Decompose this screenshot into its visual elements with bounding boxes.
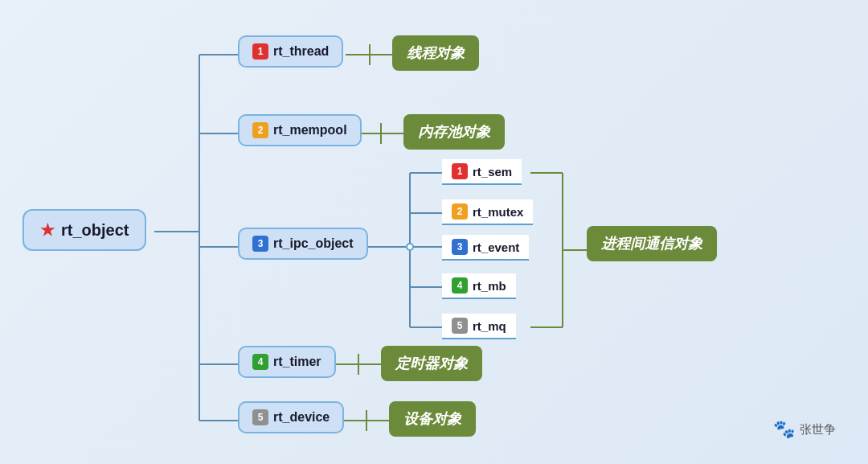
root-node: ★ rt_object bbox=[23, 209, 146, 251]
l1-node-ipc: 3 rt_ipc_object bbox=[238, 228, 368, 260]
l1-label-device: rt_device bbox=[273, 410, 330, 425]
l2-node-sem: 1 rt_sem bbox=[442, 159, 522, 185]
l1-label-thread: rt_thread bbox=[273, 44, 329, 59]
l2-label-sem: rt_sem bbox=[473, 165, 512, 179]
l1-node-mempool: 2 rt_mempool bbox=[238, 114, 362, 146]
badge-mq: 5 bbox=[452, 318, 468, 334]
l2-label-mq: rt_mq bbox=[473, 319, 506, 333]
l1-node-device: 5 rt_device bbox=[238, 401, 344, 433]
l2-label-event: rt_event bbox=[473, 240, 519, 254]
badge-thread: 1 bbox=[252, 43, 268, 60]
star-icon: ★ bbox=[40, 220, 55, 240]
label-ipc-text: 进程间通信对象 bbox=[601, 236, 702, 252]
l2-node-mq: 5 rt_mq bbox=[442, 314, 516, 339]
watermark: 🐾 张世争 bbox=[773, 419, 836, 440]
label-device-obj: 设备对象 bbox=[389, 401, 476, 437]
l1-label-timer: rt_timer bbox=[273, 355, 321, 369]
label-timer-text: 定时器对象 bbox=[395, 355, 468, 372]
label-mempool-text: 内存池对象 bbox=[418, 124, 490, 140]
l2-label-mb: rt_mb bbox=[473, 279, 506, 293]
l1-label-ipc: rt_ipc_object bbox=[273, 236, 354, 251]
watermark-text: 张世争 bbox=[800, 422, 836, 437]
l2-node-event: 3 rt_event bbox=[442, 235, 529, 261]
l2-label-mutex: rt_mutex bbox=[473, 205, 523, 219]
badge-event: 3 bbox=[452, 239, 468, 255]
badge-mb: 4 bbox=[452, 277, 468, 294]
l1-node-timer: 4 rt_timer bbox=[238, 346, 336, 378]
label-device-text: 设备对象 bbox=[403, 411, 461, 427]
badge-sem: 1 bbox=[452, 163, 468, 179]
label-mempool-obj: 内存池对象 bbox=[403, 114, 505, 150]
badge-ipc: 3 bbox=[252, 236, 268, 252]
label-ipc-obj: 进程间通信对象 bbox=[587, 226, 717, 261]
label-timer-obj: 定时器对象 bbox=[381, 346, 482, 381]
badge-timer: 4 bbox=[252, 354, 268, 370]
l1-node-thread: 1 rt_thread bbox=[238, 35, 343, 68]
label-thread-obj: 线程对象 bbox=[392, 35, 479, 71]
watermark-icon: 🐾 bbox=[773, 419, 795, 440]
l2-node-mutex: 2 rt_mutex bbox=[442, 199, 533, 225]
badge-device: 5 bbox=[252, 409, 268, 425]
l1-label-mempool: rt_mempool bbox=[273, 123, 347, 138]
ipc-connector-circle bbox=[406, 243, 414, 251]
badge-mutex: 2 bbox=[452, 203, 468, 220]
label-thread-text: 线程对象 bbox=[407, 45, 465, 61]
diagram-container: ★ rt_object 1 rt_thread 2 rt_mempool 3 r… bbox=[0, 0, 868, 464]
root-label: rt_object bbox=[61, 221, 129, 240]
l2-node-mb: 4 rt_mb bbox=[442, 273, 516, 299]
badge-mempool: 2 bbox=[252, 122, 268, 138]
